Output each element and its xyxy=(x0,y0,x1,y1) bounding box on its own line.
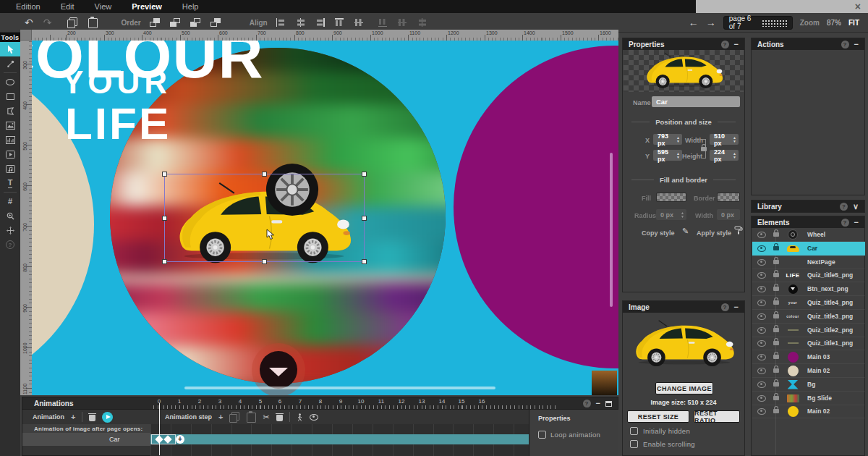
expand-icon[interactable]: ∨ xyxy=(853,203,859,211)
headline-life[interactable]: LIFE xyxy=(65,101,171,146)
menu-edit[interactable]: Edit xyxy=(61,2,75,11)
resize-handle-n[interactable] xyxy=(262,172,267,177)
image-tool[interactable] xyxy=(0,118,20,132)
lock-icon[interactable] xyxy=(773,341,779,345)
menu-preview[interactable]: Preview xyxy=(132,2,162,11)
elements-panel-header[interactable]: Elements ? − xyxy=(752,216,864,228)
element-row-main02-beige[interactable]: Main 02 xyxy=(752,364,865,378)
name-input[interactable]: Car xyxy=(652,96,740,107)
minimize-icon[interactable]: − xyxy=(854,219,859,227)
reset-size-button[interactable]: RESET SIZE xyxy=(627,410,689,423)
border-swatch[interactable] xyxy=(717,193,740,202)
resize-handle-se[interactable] xyxy=(362,259,367,264)
background-circle-purple[interactable] xyxy=(454,46,618,368)
minimize-icon[interactable]: − xyxy=(596,400,600,408)
help-badge-icon[interactable]: ? xyxy=(721,303,729,311)
initially-hidden-checkbox[interactable] xyxy=(630,427,638,435)
lock-icon[interactable] xyxy=(773,273,779,277)
minimize-icon[interactable]: − xyxy=(854,41,859,48)
headline-your[interactable]: YOUR xyxy=(62,67,171,98)
page-indicator[interactable]: page 6 of 7 xyxy=(723,16,793,30)
text-tool[interactable]: T xyxy=(0,176,20,190)
visibility-icon[interactable] xyxy=(757,232,766,238)
visibility-icon[interactable] xyxy=(757,395,766,402)
horizontal-scrollbar[interactable] xyxy=(184,387,495,389)
resize-handle-e[interactable] xyxy=(362,216,367,221)
change-image-button[interactable]: CHANGE IMAGE xyxy=(655,382,713,394)
reset-ratio-button[interactable]: RESET RATIO xyxy=(694,410,740,423)
resize-handle-nw[interactable] xyxy=(162,172,167,177)
bring-forward-icon[interactable] xyxy=(170,18,180,27)
menu-help[interactable]: Help xyxy=(182,2,199,11)
vertical-scrollbar[interactable] xyxy=(610,153,613,307)
help-tool[interactable]: ? xyxy=(0,237,20,252)
fit-button[interactable]: FIT xyxy=(848,19,859,27)
library-panel-header[interactable]: Library ? ∨ xyxy=(752,200,864,212)
add-keyframe-icon[interactable]: + xyxy=(176,435,184,444)
next-page-icon[interactable]: → xyxy=(706,17,716,28)
send-to-back-icon[interactable] xyxy=(210,18,221,27)
visibility-icon[interactable] xyxy=(757,354,766,360)
align-middle-icon[interactable] xyxy=(354,18,364,27)
resize-handle-sw[interactable] xyxy=(162,259,167,264)
actor-icon[interactable] xyxy=(297,413,303,421)
add-animation-icon[interactable]: + xyxy=(71,413,75,421)
align-right-icon[interactable] xyxy=(315,18,325,27)
element-row-quiz-title3[interactable]: colour Quiz_title3_png xyxy=(752,310,865,324)
lock-icon[interactable] xyxy=(773,328,779,332)
align-center-icon[interactable] xyxy=(296,18,305,27)
lock-icon[interactable] xyxy=(773,260,779,264)
visibility-icon[interactable] xyxy=(757,259,766,266)
visibility-icon[interactable] xyxy=(757,286,766,292)
lock-icon[interactable] xyxy=(773,232,779,237)
help-badge-icon[interactable]: ? xyxy=(721,41,729,48)
align-bottom-icon[interactable] xyxy=(378,18,388,27)
timeline-ruler[interactable] xyxy=(150,405,556,409)
menu-edition[interactable]: Edition xyxy=(16,2,41,11)
distribute-vertical-icon[interactable] xyxy=(417,18,427,27)
element-row-btn-next[interactable]: Btn_next_png xyxy=(752,282,865,296)
selection-bounding-box[interactable] xyxy=(164,174,365,262)
paint-roller-icon[interactable] xyxy=(734,226,743,235)
zoom-tool[interactable] xyxy=(0,208,20,223)
fill-swatch[interactable] xyxy=(656,193,686,202)
lock-icon[interactable] xyxy=(773,396,779,400)
preview-visibility-icon[interactable] xyxy=(310,414,318,421)
rectangle-tool[interactable] xyxy=(0,89,20,104)
minimize-icon[interactable]: − xyxy=(734,303,739,311)
element-row-quiz-title2[interactable]: Quiz_title2_png xyxy=(752,324,865,337)
lock-icon[interactable] xyxy=(773,409,779,413)
send-backward-icon[interactable] xyxy=(190,18,200,27)
copy-style-button[interactable]: Copy style xyxy=(642,229,675,237)
lock-icon[interactable] xyxy=(773,246,779,250)
resize-handle-s[interactable] xyxy=(262,259,267,264)
menu-view[interactable]: View xyxy=(95,2,112,11)
loop-animation-checkbox[interactable] xyxy=(538,431,546,439)
pan-tool[interactable] xyxy=(0,223,20,237)
visibility-icon[interactable] xyxy=(757,272,766,279)
page-grid-icon[interactable] xyxy=(761,19,787,27)
help-badge-icon[interactable]: ? xyxy=(840,203,848,211)
element-row-quiz-title1[interactable]: Quiz_title1_png xyxy=(752,337,865,350)
video-tool[interactable] xyxy=(0,147,20,161)
redo-icon[interactable]: ↷ xyxy=(43,17,52,28)
paste-step-icon[interactable] xyxy=(246,412,256,422)
actions-panel-header[interactable]: Actions ? − xyxy=(752,38,864,50)
visibility-icon[interactable] xyxy=(757,245,766,252)
visibility-icon[interactable] xyxy=(757,381,766,388)
properties-panel-header[interactable]: Properties ? − xyxy=(623,38,744,50)
aspect-lock-icon[interactable] xyxy=(701,147,707,151)
width-input[interactable]: 510 px▲▼ xyxy=(710,134,739,145)
select-tool[interactable] xyxy=(0,42,20,56)
bring-to-front-icon[interactable] xyxy=(150,18,160,27)
enable-scrolling-checkbox[interactable] xyxy=(630,440,638,448)
visibility-icon[interactable] xyxy=(757,313,766,320)
align-top-icon[interactable] xyxy=(335,18,344,27)
element-row-bg-slide[interactable]: Bg Slide xyxy=(752,392,865,405)
resize-handle-w[interactable] xyxy=(162,216,167,221)
ellipse-tool[interactable] xyxy=(0,75,20,89)
element-row-quiz-title4[interactable]: your Quiz_title4_png xyxy=(752,296,865,310)
help-badge-icon[interactable]: ? xyxy=(841,219,849,227)
cut-step-icon[interactable]: ✂ xyxy=(263,413,269,421)
close-icon[interactable]: × xyxy=(855,1,861,12)
